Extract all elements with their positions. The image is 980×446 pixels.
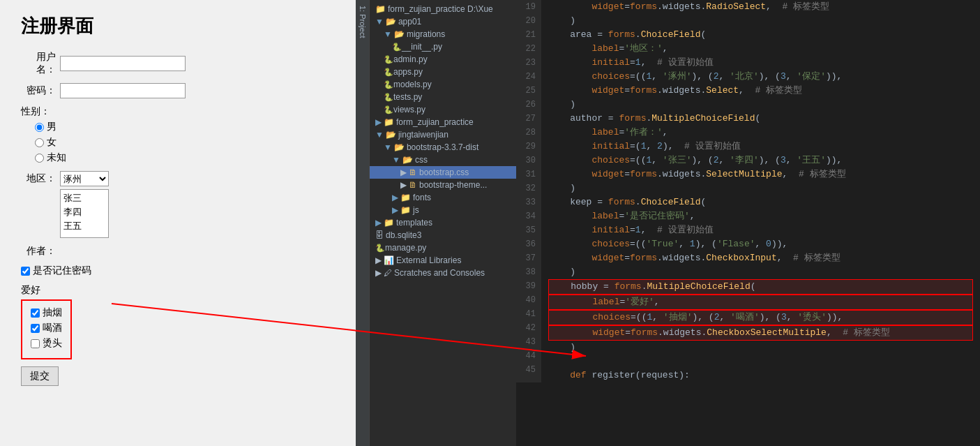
- tree-css-label: css: [415, 155, 428, 165]
- tree-bootstrap-css[interactable]: ▶ 🗎 bootstrap.css: [370, 166, 516, 179]
- project-tab-label: 1: Project: [359, 6, 367, 38]
- tree-root[interactable]: 📁 form_zujian_practice D:\Xue: [370, 3, 516, 15]
- tree-init-py[interactable]: 🐍 __init__.py: [370, 40, 516, 53]
- code-line-34: label='是否记住密码',: [548, 209, 973, 223]
- tree-fonts[interactable]: ▶ 📁 fonts: [370, 191, 516, 204]
- remember-row[interactable]: 是否记住密码: [21, 265, 335, 277]
- py-apps-icon: 🐍: [384, 68, 393, 77]
- tree-ext-label: External Libraries: [396, 255, 461, 265]
- submit-button[interactable]: 提交: [21, 366, 59, 386]
- code-line-28: label='作者：',: [548, 126, 973, 140]
- hobby-box: 抽烟 喝酒 烫头: [21, 299, 72, 359]
- gender-unknown-label: 未知: [47, 151, 66, 164]
- tree-app01[interactable]: ▼ 📂 app01: [370, 15, 516, 28]
- code-line-44: [548, 355, 973, 369]
- gender-option-male[interactable]: 男: [35, 121, 335, 133]
- tree-js[interactable]: ▶ 📁 js: [370, 204, 516, 216]
- py-init-icon: 🐍: [392, 43, 402, 52]
- code-line-29: initial=(1, 2), # 设置初始值: [548, 140, 973, 154]
- tree-admin-label: admin.py: [393, 54, 428, 64]
- hobby-checkbox-drink[interactable]: [31, 324, 40, 333]
- listbox-item-lisi[interactable]: 李四: [62, 205, 107, 219]
- tree-manage-py[interactable]: 🐍 manage.py: [370, 241, 516, 254]
- hobby-option-perm[interactable]: 烫头: [31, 337, 62, 350]
- author-label: 作者：: [21, 245, 56, 258]
- code-line-26: ): [548, 98, 973, 112]
- tree-views-label: views.py: [393, 105, 425, 114]
- tree-jtw-label: jingtaiwenjian: [398, 130, 448, 140]
- ext-icon2: 📊: [384, 255, 394, 265]
- project-tab[interactable]: 1: Project: [356, 0, 370, 446]
- css-theme-icon2: 🗎: [409, 180, 417, 190]
- tree-fzp-label: form_zujian_practice: [396, 117, 474, 127]
- tree-bootstrap-dist[interactable]: ▼ 📂 bootstrap-3.3.7-dist: [370, 141, 516, 154]
- gender-radio-female[interactable]: [35, 138, 44, 147]
- tree-apps-py[interactable]: 🐍 apps.py: [370, 66, 516, 78]
- folder-bootstrap-icon: ▼: [384, 142, 392, 152]
- form-preview-panel: 注册界面 用户名： 密码： 性别： 男 女 未知: [0, 0, 356, 446]
- hobby-perm-label: 烫头: [43, 337, 62, 350]
- code-line-31: widget=forms.widgets.SelectMultiple, # 标…: [548, 168, 973, 181]
- py-manage-icon: 🐍: [375, 244, 385, 253]
- tree-ext-libs[interactable]: ▶ 📊 External Libraries: [370, 254, 516, 267]
- tree-db-label: db.sqlite3: [386, 230, 421, 240]
- hobby-label: 爱好: [21, 284, 335, 297]
- code-content[interactable]: widget=forms.widgets.RadioSelect, # 标签类型…: [541, 0, 980, 382]
- file-tree: 📁 form_zujian_practice D:\Xue ▼ 📂 app01 …: [370, 0, 516, 446]
- tree-admin-py[interactable]: 🐍 admin.py: [370, 53, 516, 66]
- hobby-section: 爱好 抽烟 喝酒 烫头: [21, 284, 335, 359]
- hobby-checkbox-smoke[interactable]: [31, 309, 40, 318]
- folder-migrations-icon2: 📂: [394, 29, 405, 39]
- tree-scratches[interactable]: ▶ 🖊 Scratches and Consoles: [370, 267, 516, 279]
- folder-js-icon2: 📁: [400, 205, 411, 215]
- tree-css-folder[interactable]: ▼ 📂 css: [370, 154, 516, 166]
- code-line-27: author = forms.MultipleChoiceField(: [548, 112, 973, 126]
- gender-label: 性别：: [21, 105, 335, 118]
- username-input[interactable]: [60, 56, 186, 71]
- tree-tests-py[interactable]: 🐍 tests.py: [370, 91, 516, 103]
- tree-bootstrap-theme-label: bootstrap-theme...: [419, 180, 487, 190]
- hobby-option-drink[interactable]: 喝酒: [31, 322, 62, 334]
- gender-radio-unknown[interactable]: [35, 154, 44, 163]
- gender-radio-male[interactable]: [35, 123, 44, 132]
- code-line-36: choices=(('True', 1), ('Flase', 0)),: [548, 237, 973, 251]
- region-select[interactable]: 涿州 北京 保定: [60, 171, 109, 186]
- code-editor: 1920212223242526272829303132333435363738…: [516, 0, 980, 446]
- remember-label: 是否记住密码: [33, 265, 91, 277]
- tree-migrations-label: migrations: [407, 29, 445, 39]
- hobby-option-smoke[interactable]: 抽烟: [31, 306, 62, 319]
- remember-checkbox[interactable]: [21, 267, 30, 276]
- folder-bootstrap-icon2: 📂: [394, 142, 405, 152]
- username-label: 用户名：: [21, 51, 56, 76]
- ext-icon: ▶: [375, 255, 382, 265]
- password-input[interactable]: [60, 83, 186, 98]
- gender-female-label: 女: [47, 136, 56, 149]
- code-line-40: label='爱好',: [548, 295, 973, 310]
- listbox-item-wangwu[interactable]: 王五: [62, 219, 107, 233]
- gender-option-unknown[interactable]: 未知: [35, 151, 335, 164]
- hobby-smoke-label: 抽烟: [43, 306, 62, 319]
- password-label: 密码：: [21, 84, 56, 97]
- tree-bootstrap-theme[interactable]: ▶ 🗎 bootstrap-theme...: [370, 179, 516, 191]
- folder-root-icon: 📁: [375, 4, 386, 14]
- tree-jtw[interactable]: ▼ 📂 jingtaiwenjian: [370, 128, 516, 141]
- code-line-37: widget=forms.widgets.CheckboxInput, # 标签…: [548, 251, 973, 265]
- tree-templates[interactable]: ▶ 📁 templates: [370, 216, 516, 229]
- code-line-33: keep = forms.ChoiceField(: [548, 195, 973, 209]
- code-line-20: ): [548, 14, 973, 28]
- tree-db[interactable]: 🗄 db.sqlite3: [370, 229, 516, 241]
- tree-root-label: form_zujian_practice D:\Xue: [388, 4, 493, 14]
- folder-jtw-icon2: 📂: [386, 130, 396, 140]
- gender-option-female[interactable]: 女: [35, 136, 335, 149]
- hobby-checkbox-perm[interactable]: [31, 339, 40, 348]
- region-listbox[interactable]: 张三 李四 王五: [60, 189, 109, 238]
- folder-app01-icon: ▼: [375, 17, 384, 27]
- tree-fzp[interactable]: ▶ 📁 form_zujian_practice: [370, 116, 516, 128]
- folder-css-icon2: 📂: [402, 155, 413, 165]
- code-line-19: widget=forms.widgets.RadioSelect, # 标签类型: [548, 0, 973, 14]
- tree-migrations[interactable]: ▼ 📂 migrations: [370, 28, 516, 40]
- tree-models-py[interactable]: 🐍 models.py: [370, 78, 516, 91]
- listbox-item-zhangsan[interactable]: 张三: [62, 191, 107, 205]
- tree-views-py[interactable]: 🐍 views.py: [370, 103, 516, 116]
- tree-manage-label: manage.py: [385, 243, 426, 253]
